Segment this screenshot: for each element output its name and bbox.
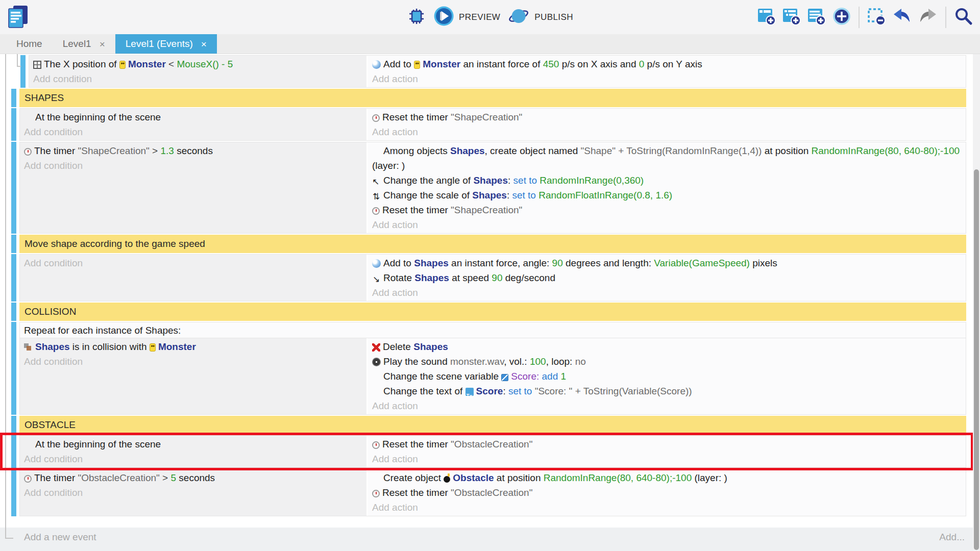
text-segment: set to (512, 190, 538, 201)
undo-icon[interactable] (892, 7, 912, 28)
debug-icon[interactable] (407, 7, 426, 28)
add-condition-button[interactable]: Add condition (24, 485, 362, 500)
conditions-cell[interactable]: At the beginning of the sceneAdd conditi… (20, 436, 368, 467)
group-row: COLLISION (0, 303, 980, 321)
actions-cell[interactable]: Reset the timer "ObstacleCreation"Add ac… (368, 436, 966, 467)
publish-label: PUBLISH (534, 12, 573, 22)
action[interactable]: Create object Obstacle at position Rando… (372, 470, 962, 485)
add-action-button[interactable]: Add action (372, 500, 962, 515)
add-condition-button[interactable]: Add condition (24, 256, 362, 270)
subevent-guide-line (17, 54, 21, 67)
add-action-button[interactable]: Add action (372, 71, 962, 86)
add-action-button[interactable]: Add action (372, 124, 962, 139)
vertical-scrollbar[interactable] (973, 54, 980, 551)
action[interactable]: Add to Shapes an instant force, angle: 9… (372, 256, 962, 270)
add-circle-icon[interactable] (832, 7, 851, 28)
text-segment: Shapes (472, 190, 507, 201)
conditions-cell[interactable]: The timer "ShapeCreation" > 1.3 secondsA… (20, 142, 368, 233)
add-action-button[interactable]: Add action (372, 452, 962, 466)
text-segment: deg/second (502, 272, 555, 283)
event-columns: At the beginning of the sceneAdd conditi… (19, 108, 966, 141)
condition[interactable]: At the beginning of the scene (24, 437, 362, 452)
tab-close-icon[interactable]: × (201, 39, 207, 49)
action[interactable]: Reset the timer "ObstacleCreation" (372, 437, 962, 452)
add-action-button[interactable]: Add action (372, 285, 962, 300)
add-condition-button[interactable]: Add condition (24, 452, 362, 466)
text-segment: (layer: ) (372, 160, 405, 171)
text-segment: "ObstacleCreation" (78, 472, 160, 483)
action[interactable]: Reset the timer "ObstacleCreation" (372, 485, 962, 500)
add-button[interactable]: Add... (939, 532, 965, 551)
conditions-cell[interactable]: The X position of Monster < MouseX() - 5… (29, 56, 368, 87)
condition[interactable]: The timer "ObstacleCreation" > 5 seconds (24, 470, 362, 485)
preview-button[interactable]: PREVIEW (433, 6, 500, 29)
foreach-label[interactable]: Repeat for each instance of Shapes: (19, 322, 966, 338)
action[interactable]: Add to Monster an instant force of 450 p… (372, 57, 962, 71)
conditions-cell[interactable]: The timer "ObstacleCreation" > 5 seconds… (20, 469, 368, 516)
force-icon (372, 259, 381, 268)
tab-close-icon[interactable]: × (100, 39, 105, 49)
search-icon[interactable] (953, 6, 974, 29)
event-rail (11, 254, 16, 302)
action[interactable]: Change the text of Score: set to "Score:… (372, 384, 962, 398)
group-header[interactable]: COLLISION (19, 303, 966, 321)
condition[interactable]: The timer "ShapeCreation" > 1.3 seconds (24, 143, 362, 158)
timer-icon (24, 475, 32, 483)
actions-cell[interactable]: Among objects Shapes, create object name… (368, 142, 966, 233)
group-header[interactable]: Move shape according to the game speed (19, 235, 966, 253)
condition[interactable]: At the beginning of the scene (24, 110, 362, 124)
action[interactable]: Among objects Shapes, create object name… (372, 143, 962, 173)
add-action-button[interactable]: Add action (372, 398, 962, 413)
action[interactable]: Change the scene variable Score: add 1 (372, 369, 962, 384)
actions-cell[interactable]: Add to Monster an instant force of 450 p… (368, 56, 966, 87)
condition[interactable]: Shapes is in collision with Monster (24, 339, 362, 354)
action[interactable]: Change the scale of Shapes: set to Rando… (372, 188, 962, 203)
add-action-button[interactable]: Add action (372, 217, 962, 232)
action[interactable]: Rotate Shapes at speed 90 deg/second (372, 270, 962, 285)
tab-home[interactable]: Home (6, 34, 53, 54)
actions-cell[interactable]: Add to Shapes an instant force, angle: 9… (368, 255, 966, 301)
text-segment: < (166, 59, 177, 69)
text-segment: "ShapeCreation" (451, 112, 522, 122)
action[interactable]: Delete Shapes (372, 339, 962, 354)
conditions-cell[interactable]: At the beginning of the sceneAdd conditi… (20, 109, 368, 140)
add-new-event-button[interactable]: Add a new event (24, 532, 96, 551)
group-header[interactable]: SHAPES (19, 89, 966, 107)
action[interactable]: Reset the timer "ShapeCreation" (372, 110, 962, 124)
add-comment-icon[interactable] (807, 7, 826, 28)
add-condition-button[interactable]: Add condition (24, 354, 362, 369)
conditions-cell[interactable]: Shapes is in collision with MonsterAdd c… (20, 338, 368, 414)
add-condition-button[interactable]: Add condition (24, 124, 362, 139)
action[interactable]: Reset the timer "ShapeCreation" (372, 203, 962, 217)
action[interactable]: Change the angle of Shapes: set to Rando… (372, 173, 962, 188)
tab-level1[interactable]: Level1× (53, 34, 115, 54)
bomb-icon (444, 476, 450, 483)
tab-level1-events[interactable]: Level1 (Events)× (115, 34, 217, 54)
redo-icon[interactable] (918, 7, 938, 28)
action[interactable]: Play the sound monster.wav, vol.: 100, l… (372, 354, 962, 369)
actions-cell[interactable]: Reset the timer "ShapeCreation"Add actio… (368, 109, 966, 140)
publish-button[interactable]: PUBLISH (507, 6, 573, 29)
add-condition-button[interactable]: Add condition (24, 158, 362, 173)
text-segment: Rotate (383, 272, 414, 283)
text-segment: : (508, 175, 513, 186)
delete-selection-icon[interactable] (867, 7, 886, 28)
text-segment: degrees and length: (563, 258, 654, 268)
text-segment: Add action (372, 287, 418, 298)
text-segment: Variable(GameSpeed) (654, 258, 750, 268)
condition[interactable]: The X position of Monster < MouseX() - 5 (33, 57, 362, 71)
text-segment: add (542, 371, 561, 382)
text-segment: Add condition (24, 160, 83, 171)
add-condition-button[interactable]: Add condition (33, 71, 362, 86)
actions-cell[interactable]: Create object Obstacle at position Rando… (368, 469, 966, 516)
actions-cell[interactable]: Delete ShapesPlay the sound monster.wav,… (368, 338, 966, 414)
scene-var-icon (501, 374, 508, 381)
add-subevent-icon[interactable] (782, 7, 801, 28)
tab-bar: HomeLevel1×Level1 (Events)× (0, 34, 980, 54)
conditions-cell[interactable]: Add condition (20, 255, 368, 301)
add-event-icon[interactable] (757, 7, 776, 28)
group-header[interactable]: OBSTACLE (19, 416, 966, 434)
toolbar-right (757, 6, 974, 29)
scrollbar-thumb[interactable] (974, 169, 979, 550)
app-logo-icon[interactable] (5, 4, 32, 32)
